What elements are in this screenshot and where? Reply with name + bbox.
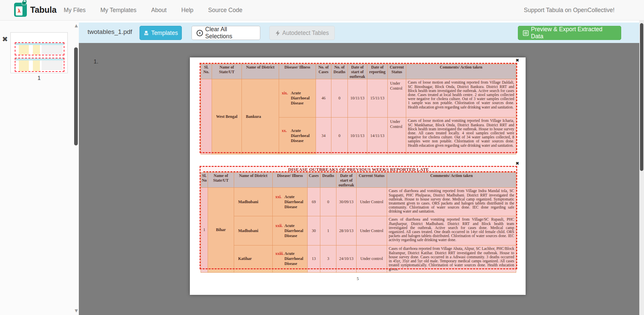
table-list-icon [523, 30, 529, 36]
main-area: twotables_1.pdf Templates × Clear All Se… [79, 20, 639, 315]
page-list-label: 1. [94, 58, 98, 65]
window-scrollbar[interactable] [639, 20, 644, 315]
nav-item-help[interactable]: Help [181, 7, 194, 14]
lock-icon [22, 1, 26, 5]
preview-export-button[interactable]: Preview & Export Extracted Data [518, 26, 621, 40]
thumbnail-selection-2 [15, 58, 64, 72]
brand[interactable]: λ Tabula [14, 3, 57, 17]
selection-2-close-icon[interactable]: ✖ [516, 161, 519, 166]
selection-1-close-icon[interactable]: ✖ [516, 58, 519, 63]
clear-all-selections-button[interactable]: × Clear All Selections [192, 26, 260, 40]
document-area: 1. Sl. No. Name of State/UT Name of Dist… [79, 43, 639, 315]
filename-label: twotables_1.pdf [88, 28, 132, 36]
lightning-icon [275, 30, 280, 36]
autodetect-button-label: Autodetect Tables [282, 30, 329, 37]
sidebar-scroll-up-icon[interactable]: ▲ [75, 23, 78, 28]
export-button-label: Preview & Export Extracted Data [531, 26, 616, 40]
delete-page-icon[interactable]: ✖ [2, 35, 8, 43]
tabula-logo-icon: λ [14, 3, 27, 17]
toolbar: twotables_1.pdf Templates × Clear All Se… [79, 22, 639, 43]
window-scrollbar-thumb[interactable] [640, 23, 643, 171]
templates-button[interactable]: Templates [140, 26, 182, 40]
selection-2[interactable]: ✖ [200, 166, 517, 269]
support-link[interactable]: Support Tabula on OpenCollective! [524, 0, 614, 20]
navbar: λ Tabula My Files My Templates About Hel… [0, 0, 644, 20]
nav-item-my-files[interactable]: My Files [64, 7, 86, 14]
thumbnail-selection-1 [15, 42, 64, 55]
nav-links: My Files My Templates About Help Source … [64, 0, 243, 20]
selection-1[interactable]: ✖ [200, 63, 517, 153]
sidebar-scrollbar-thumb[interactable] [74, 47, 78, 145]
lambda-glyph: λ [17, 8, 21, 14]
thumbnail-page-number: 1 [10, 75, 68, 82]
sidebar-scroll-down-icon[interactable]: ▼ [75, 308, 78, 313]
templates-button-label: Templates [151, 30, 178, 37]
tabula-app: λ Tabula My Files My Templates About Hel… [0, 0, 644, 315]
pdf-page[interactable]: Sl. No. Name of State/UT Name of Distric… [190, 57, 526, 295]
brand-name: Tabula [30, 5, 57, 15]
circle-x-icon: × [197, 30, 203, 36]
pdf-page-number: 5 [190, 276, 526, 281]
template-stamp-icon [144, 30, 149, 36]
clear-button-label: Clear All Selections [205, 26, 255, 40]
page-thumbnail[interactable] [10, 32, 68, 73]
nav-item-about[interactable]: About [151, 7, 167, 14]
sidebar: ✖ 1 ▲ ▼ [0, 20, 79, 315]
nav-item-my-templates[interactable]: My Templates [100, 7, 137, 14]
autodetect-tables-button: Autodetect Tables [269, 26, 335, 40]
nav-item-source-code[interactable]: Source Code [208, 7, 243, 14]
